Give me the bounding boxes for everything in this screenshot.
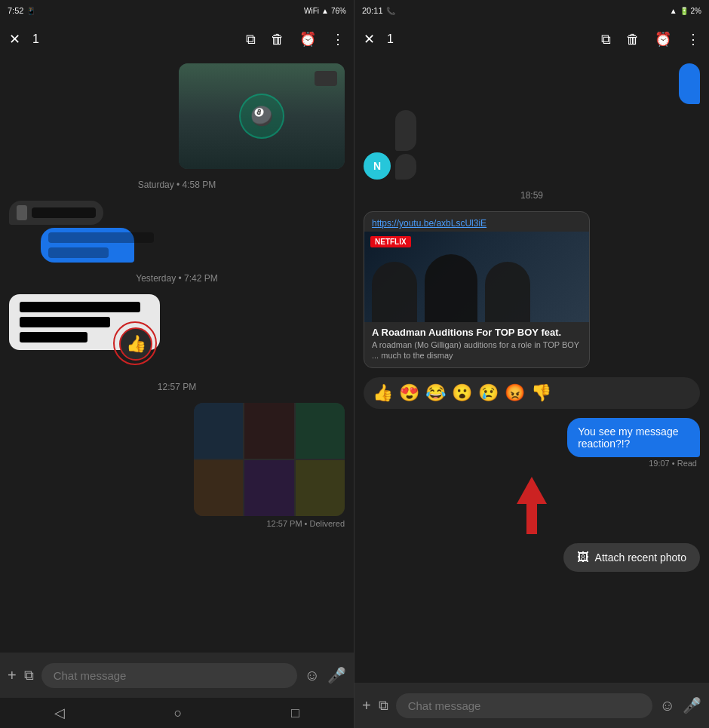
right-timer-icon[interactable]: ⏰ — [655, 31, 671, 48]
link-url[interactable]: https://youtu.be/axbLscUl3iE — [364, 212, 589, 232]
right-status-left: 20:11 📞 — [362, 6, 395, 15]
right-top-bar: ✕ 1 ⧉ 🗑 ⏰ ⋮ — [354, 21, 709, 57]
emoji-thumbs-down[interactable]: 👎 — [531, 383, 551, 403]
msg-row-received-redacted: N — [364, 110, 700, 180]
attach-recent-photo-button[interactable]: 🖼 Attach recent photo — [563, 543, 700, 572]
right-add-icon[interactable]: + — [362, 697, 371, 714]
timestamp-yesterday: Yesterday • 7:42 PM — [9, 273, 345, 284]
bubble-reaction-question: You see my message reaction?!? — [567, 418, 700, 457]
left-top-bar: ✕ 1 ⧉ 🗑 ⏰ ⋮ — [0, 21, 354, 57]
msg-row-attach: 🖼 Attach recent photo — [364, 543, 700, 572]
left-add-icon[interactable]: + — [8, 667, 17, 684]
emoji-heart-eyes[interactable]: 😍 — [399, 383, 419, 403]
left-signal-icon: ▲ — [321, 7, 329, 15]
right-bottom-bar: + ⧉ ☺ 🎤 — [354, 683, 709, 728]
left-bottom-bar: + ⧉ ☺ 🎤 — [0, 653, 354, 698]
left-notification-icon: 📱 — [26, 7, 35, 15]
left-emoji-icon[interactable]: ☺ — [305, 667, 320, 684]
red-arrow-annotation — [364, 477, 700, 534]
spacer-1 — [9, 356, 345, 371]
left-timer-icon[interactable]: ⏰ — [299, 31, 316, 48]
right-panel: 20:11 📞 ▲ 🔋 2% ✕ 1 ⧉ 🗑 ⏰ ⋮ — [354, 0, 709, 728]
right-battery: 2% — [691, 7, 701, 15]
right-mic-icon[interactable]: 🎤 — [683, 696, 701, 714]
msg-row-sent-redacted-1 — [364, 63, 700, 104]
timestamp-noon: 12:57 PM — [9, 382, 345, 392]
emoji-laugh[interactable]: 😂 — [425, 383, 446, 403]
right-more-icon[interactable]: ⋮ — [686, 31, 700, 48]
bubble-redacted-1 — [9, 201, 103, 225]
right-chat-area: N 18:59 https://youtu.be/axbLscUl3iE — [354, 57, 709, 683]
contact-avatar: N — [364, 152, 391, 180]
right-gallery-icon[interactable]: ⧉ — [379, 698, 388, 714]
msg-row-reaction: 👍 — [9, 294, 345, 350]
bubble-received-2 — [395, 154, 416, 180]
emoji-surprised[interactable]: 😮 — [452, 383, 472, 403]
msg-read-status: 19:07 • Read — [649, 459, 697, 468]
left-wifi-icon: WiFi — [304, 7, 319, 15]
right-status-bar: 20:11 📞 ▲ 🔋 2% — [354, 0, 709, 21]
bubble-redacted-sent — [41, 228, 135, 263]
right-copy-icon[interactable]: ⧉ — [601, 32, 611, 48]
left-back-button[interactable]: ◁ — [54, 705, 65, 721]
left-mic-icon[interactable]: 🎤 — [327, 666, 346, 684]
delivered-label: 12:57 PM • Delivered — [266, 519, 345, 528]
emoji-angry[interactable]: 😡 — [505, 383, 525, 403]
left-chat-input[interactable] — [41, 663, 297, 688]
left-status-right: WiFi ▲ 76% — [304, 7, 346, 15]
link-title: A Roadman Auditions For TOP BOY feat. — [364, 322, 589, 339]
left-gallery-icon[interactable]: ⧉ — [24, 668, 34, 683]
right-top-bar-actions: ⧉ 🗑 ⏰ ⋮ — [601, 31, 700, 48]
left-top-bar-actions: ⧉ 🗑 ⏰ ⋮ — [246, 31, 345, 48]
reaction-question-text: You see my message reaction?!? — [578, 425, 678, 450]
left-more-icon[interactable]: ⋮ — [331, 31, 345, 48]
right-delete-icon[interactable]: 🗑 — [626, 32, 640, 48]
left-battery: 76% — [331, 7, 346, 15]
reaction-thumbs-up: 👍 — [119, 327, 152, 361]
right-time: 20:11 — [362, 6, 383, 15]
left-nav-bar: ◁ ○ □ — [0, 698, 354, 728]
left-recents-button[interactable]: □ — [291, 705, 299, 721]
netflix-logo: NETFLIX — [370, 236, 411, 247]
msg-row-reaction-question: You see my message reaction?!? 19:07 • R… — [364, 418, 700, 468]
left-delete-icon[interactable]: 🗑 — [271, 32, 284, 48]
left-close-icon[interactable]: ✕ — [9, 31, 20, 48]
left-time: 7:52 — [8, 6, 23, 15]
emoji-sad[interactable]: 😢 — [478, 383, 499, 403]
left-status-bar: 7:52 📱 WiFi ▲ 76% — [0, 0, 354, 21]
msg-row-cardgame: 12:57 PM • Delivered — [9, 403, 345, 528]
msg-row-image-top: 🎱 — [9, 63, 345, 169]
right-emoji-icon[interactable]: ☺ — [660, 697, 675, 714]
left-status-left: 7:52 📱 — [8, 6, 35, 15]
left-chat-area: 🎱 Saturday • 4:58 PM — [0, 57, 354, 653]
right-call-icon: 📞 — [386, 7, 395, 15]
link-desc: A roadman (Mo Gilligan) auditions for a … — [364, 339, 589, 367]
attach-icon: 🖼 — [577, 551, 589, 564]
message-image-top: 🎱 — [179, 63, 345, 169]
attach-label: Attach recent photo — [595, 551, 686, 564]
msg-row-link-card: https://youtu.be/axbLscUl3iE NETFLIX TOP… — [364, 211, 700, 368]
right-close-icon[interactable]: ✕ — [364, 31, 375, 48]
msg-row-redacted-1 — [9, 201, 345, 263]
emoji-reaction-bar: 👍 😍 😂 😮 😢 😡 👎 — [364, 377, 700, 409]
bubble-sent-1 — [679, 63, 700, 104]
right-status-right: ▲ 🔋 2% — [670, 7, 701, 15]
right-chat-input[interactable] — [396, 693, 652, 718]
link-card[interactable]: https://youtu.be/axbLscUl3iE NETFLIX TOP… — [364, 211, 590, 368]
right-signal-icons: ▲ 🔋 — [670, 7, 689, 15]
card-game-image — [194, 403, 345, 516]
emoji-thumbs-up[interactable]: 👍 — [373, 383, 393, 403]
right-selected-count: 1 — [387, 32, 394, 46]
left-copy-icon[interactable]: ⧉ — [246, 32, 256, 48]
timestamp-saturday: Saturday • 4:58 PM — [9, 180, 345, 190]
bubble-received-1 — [395, 110, 416, 151]
left-panel: 7:52 📱 WiFi ▲ 76% ✕ 1 ⧉ 🗑 ⏰ ⋮ 🎱 — [0, 0, 354, 728]
left-selected-count: 1 — [32, 32, 39, 46]
link-thumbnail: NETFLIX TOP BOY MO GILLIGAN'S AUDITION — [364, 232, 589, 322]
left-home-button[interactable]: ○ — [174, 705, 183, 721]
timestamp-1859: 18:59 — [364, 190, 700, 201]
